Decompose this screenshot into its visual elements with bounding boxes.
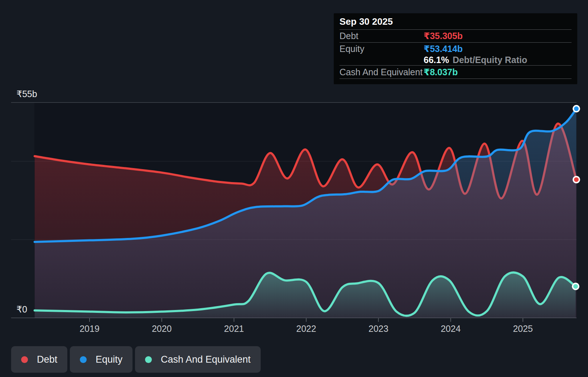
- x-axis-label-2025: 2025: [513, 324, 533, 334]
- legend-item-equity[interactable]: Equity: [70, 346, 132, 373]
- y-axis-label-0: ₹0: [16, 304, 27, 314]
- legend-cash-label: Cash And Equivalent: [161, 354, 251, 365]
- x-axis-label-2022: 2022: [296, 324, 316, 334]
- tooltip-equity-value: ₹53.414b: [424, 44, 463, 54]
- x-axis-label-2023: 2023: [368, 324, 389, 334]
- chart-legend: Debt Equity Cash And Equivalent: [11, 346, 261, 373]
- tooltip-date: Sep 30 2025: [339, 13, 572, 30]
- debt-dot-icon: [21, 356, 28, 363]
- cash-dot-icon: [145, 356, 152, 363]
- tooltip-cash-value: ₹8.037b: [424, 67, 458, 77]
- legend-item-cash[interactable]: Cash And Equivalent: [135, 346, 261, 373]
- chart-tooltip: Sep 30 2025 Debt ₹35.305b Equity ₹53.414…: [334, 13, 577, 84]
- x-axis-label-2020: 2020: [152, 324, 172, 334]
- tooltip-equity-label: Equity: [339, 44, 424, 54]
- legend-equity-label: Equity: [96, 354, 122, 365]
- tooltip-debt-value: ₹35.305b: [424, 31, 463, 41]
- legend-item-debt[interactable]: Debt: [11, 346, 67, 373]
- debt-endpoint-dot: [574, 177, 579, 182]
- debt-equity-history-page: ₹55b₹02019202020212022202320242025 Sep 3…: [0, 0, 588, 377]
- equity-endpoint-dot: [574, 106, 579, 111]
- tooltip-cash-label: Cash And Equivalent: [339, 67, 424, 77]
- x-axis-label-2021: 2021: [224, 324, 244, 334]
- cash-and-equivalent-endpoint-dot: [573, 284, 578, 289]
- tooltip-row-ratio: 66.1%Debt/Equity Ratio: [339, 54, 572, 66]
- tooltip-debt-label: Debt: [339, 31, 424, 41]
- x-axis-label-2024: 2024: [441, 324, 461, 334]
- x-axis-label-2019: 2019: [79, 324, 100, 334]
- tooltip-ratio-value: 66.1%: [424, 55, 449, 65]
- tooltip-row-equity: Equity ₹53.414b: [339, 43, 572, 54]
- tooltip-row-cash: Cash And Equivalent ₹8.037b: [339, 66, 572, 79]
- y-axis-label-55: ₹55b: [16, 89, 37, 99]
- tooltip-ratio-label: Debt/Equity Ratio: [453, 55, 527, 65]
- tooltip-row-debt: Debt ₹35.305b: [339, 30, 572, 43]
- legend-debt-label: Debt: [37, 354, 57, 365]
- equity-dot-icon: [80, 356, 87, 363]
